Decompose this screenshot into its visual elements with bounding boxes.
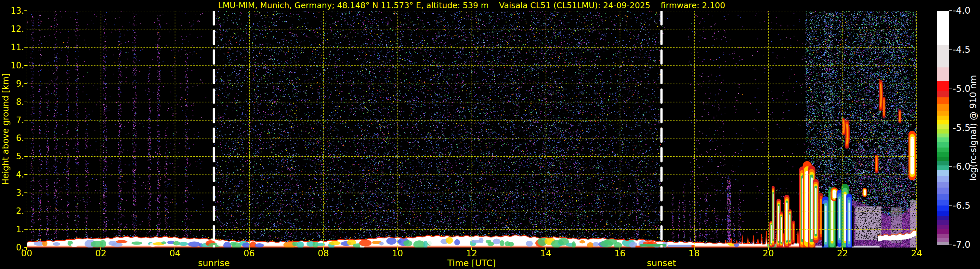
sunset-label: sunset <box>626 258 697 268</box>
y-tick-mark <box>24 10 27 11</box>
colorbar-segment <box>937 133 949 138</box>
y-tick-label: 7. <box>1 115 24 125</box>
x-tick-mark <box>471 248 472 250</box>
y-tick-mark <box>24 65 27 66</box>
colorbar-tick-mark <box>949 10 952 11</box>
y-tick-mark <box>24 174 27 175</box>
colorbar-segment <box>937 238 949 241</box>
colorbar-segment <box>937 98 949 104</box>
colorbar-segment <box>937 11 949 45</box>
y-tick-mark <box>24 156 27 157</box>
colorbar-segment <box>937 211 949 216</box>
x-tick-mark <box>619 248 620 250</box>
y-tick-label: 6. <box>1 133 24 143</box>
colorbar-tick-mark <box>949 50 952 50</box>
x-tick-mark <box>694 248 695 250</box>
colorbar-segment <box>937 161 949 166</box>
x-axis-label: Time [UTC] <box>436 258 508 268</box>
colorbar-segment <box>937 165 949 170</box>
colorbar-title: log(rc-signal) @ 910 nm <box>966 11 980 245</box>
y-tick-mark <box>24 29 27 29</box>
y-tick-label: 11. <box>1 42 24 52</box>
colorbar-segment <box>937 220 949 225</box>
colorbar-segment <box>937 67 949 81</box>
y-tick-mark <box>24 229 27 230</box>
colorbar-segment <box>937 187 949 194</box>
colorbar-tick-mark <box>949 167 952 167</box>
y-tick-label: 13. <box>1 6 24 16</box>
y-tick-label: 5. <box>1 151 24 161</box>
y-tick-label: 2. <box>1 206 24 216</box>
x-tick-mark <box>842 248 843 250</box>
colorbar-segment <box>937 115 949 120</box>
colorbar-segment <box>937 194 949 200</box>
chart-title: LMU-MIM, Munich, Germany; 48.148° N 11.5… <box>27 1 916 10</box>
colorbar-tick-mark <box>949 205 952 206</box>
colorbar-segment <box>937 81 949 91</box>
colorbar-segment <box>937 182 949 187</box>
colorbar-segment <box>937 120 949 125</box>
colorbar-segment <box>937 225 949 229</box>
x-tick-mark <box>768 248 769 250</box>
y-tick-label: 4. <box>1 170 24 179</box>
colorbar-segment <box>937 45 949 67</box>
y-tick-mark <box>24 47 27 48</box>
colorbar-segment <box>937 170 949 176</box>
colorbar-segment <box>937 157 949 161</box>
x-tick-mark <box>249 248 250 250</box>
heatmap-canvas <box>27 11 916 248</box>
sunrise-label: sunrise <box>178 258 250 268</box>
y-tick-label: 8. <box>1 97 24 107</box>
colorbar-segment <box>937 216 949 221</box>
x-tick-mark <box>26 248 27 250</box>
x-tick-mark <box>100 248 101 250</box>
y-tick-label: 9. <box>1 79 24 88</box>
x-tick-mark <box>916 248 917 250</box>
y-tick-mark <box>24 102 27 102</box>
ceilometer-quicklook: LMU-MIM, Munich, Germany; 48.148° N 11.5… <box>0 0 980 269</box>
y-tick-label: 3. <box>1 188 24 198</box>
colorbar-tick-mark <box>949 128 952 128</box>
colorbar-segment <box>937 234 949 239</box>
colorbar-segment <box>937 129 949 133</box>
colorbar-segment <box>937 125 949 129</box>
colorbar-segment <box>937 138 949 143</box>
y-tick-mark <box>24 120 27 120</box>
colorbar-tick-mark <box>949 245 952 245</box>
y-tick-mark <box>24 83 27 84</box>
colorbar-segment <box>937 104 949 111</box>
colorbar-segment <box>937 242 949 245</box>
y-tick-label: 10. <box>1 61 24 70</box>
colorbar-segment <box>937 205 949 211</box>
y-tick-label: 12. <box>1 24 24 34</box>
colorbar-tick-mark <box>949 88 952 89</box>
x-tick-mark <box>323 248 324 250</box>
colorbar-segment <box>937 91 949 98</box>
x-tick-mark <box>546 248 546 250</box>
colorbar-segment <box>937 229 949 234</box>
colorbar-segment <box>937 143 949 147</box>
y-tick-mark <box>24 192 27 193</box>
x-tick-mark <box>397 248 398 250</box>
colorbar-segment <box>937 111 949 115</box>
y-tick-mark <box>24 138 27 138</box>
colorbar-segment <box>937 176 949 182</box>
colorbar <box>937 11 949 245</box>
colorbar-segment <box>937 200 949 205</box>
y-tick-label: 1. <box>1 224 24 234</box>
x-tick-mark <box>175 248 175 250</box>
colorbar-segment <box>937 152 949 157</box>
colorbar-segment <box>937 147 949 152</box>
y-tick-mark <box>24 211 27 211</box>
